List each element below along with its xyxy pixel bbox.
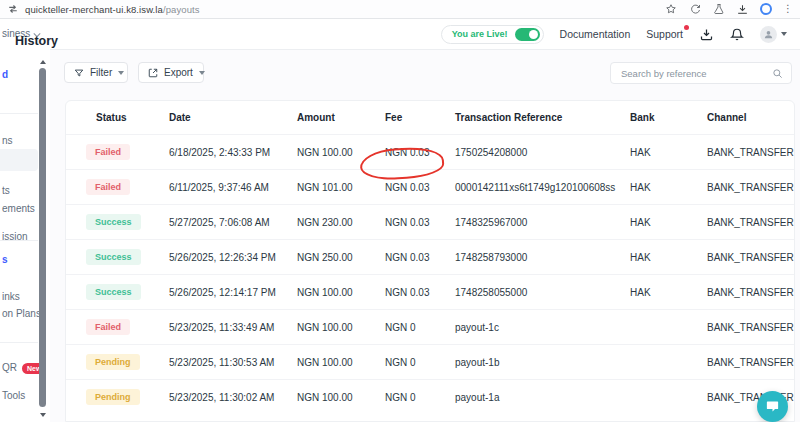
profile-menu[interactable]: [760, 26, 787, 43]
header-fee: Fee: [377, 112, 447, 123]
status-cell: Failed: [66, 319, 161, 335]
sidebar-item-payouts-fragment[interactable]: ts: [2, 185, 10, 196]
bank-cell: HAK: [622, 147, 699, 158]
status-badge: Failed: [86, 319, 130, 335]
documentation-link[interactable]: Documentation: [560, 28, 631, 40]
table-row[interactable]: Failed 6/11/2025, 9:37:46 AM NGN 101.00 …: [66, 169, 794, 204]
download-icon[interactable]: [699, 27, 714, 42]
support-link[interactable]: Support: [646, 28, 683, 40]
table-row[interactable]: Success 5/26/2025, 12:26:34 PM NGN 250.0…: [66, 239, 794, 274]
export-icon: [148, 68, 158, 78]
reference-cell: payout-1b: [447, 357, 622, 368]
chrome-download-icon[interactable]: [736, 3, 749, 16]
table-row[interactable]: Failed 5/23/2025, 11:33:49 AM NGN 100.00…: [66, 309, 794, 344]
status-cell: Failed: [66, 179, 161, 195]
toggle-knob: [529, 30, 538, 39]
table-row[interactable]: Success 5/26/2025, 12:14:17 PM NGN 100.0…: [66, 274, 794, 309]
sidebar-item-fragment[interactable]: ns: [2, 135, 13, 146]
browser-address-bar: quickteller-merchant-ui.k8.isw.la/payout…: [0, 0, 800, 19]
reference-cell: 1750254208000: [447, 147, 622, 158]
header-amount: Amount: [289, 112, 377, 123]
filter-button[interactable]: Filter: [64, 62, 128, 83]
filter-icon: [74, 68, 84, 78]
table-body: Failed 6/18/2025, 2:43:33 PM NGN 100.00 …: [66, 134, 794, 414]
export-button[interactable]: Export: [138, 62, 204, 83]
table-row[interactable]: Success 5/27/2025, 7:06:08 AM NGN 230.00…: [66, 204, 794, 239]
status-badge: Success: [86, 249, 141, 265]
chat-widget-button[interactable]: [757, 391, 788, 422]
bank-cell: HAK: [622, 217, 699, 228]
sidebar-divider: [0, 240, 38, 241]
channel-cell: BANK_TRANSFER: [699, 322, 794, 333]
sidebar-item-qr-fragment[interactable]: QR: [2, 362, 17, 373]
sidebar-divider: [0, 113, 38, 114]
sidebar-item-active-fragment[interactable]: d: [2, 69, 8, 80]
header-status: Status: [66, 112, 161, 123]
fee-cell: NGN 0: [377, 322, 447, 333]
amount-cell: NGN 230.00: [289, 217, 377, 228]
date-cell: 6/18/2025, 2:43:33 PM: [161, 147, 289, 158]
fee-text: NGN 0.03: [385, 182, 429, 193]
table-header-row: Status Date Amount Fee Transaction Refer…: [66, 101, 794, 134]
search-input[interactable]: [611, 68, 772, 79]
sidebar-item-tools-fragment[interactable]: Tools: [2, 390, 25, 401]
fee-cell: NGN 0.03: [377, 182, 447, 193]
sidebar: siness d ns ts ements ission s inks on P…: [0, 19, 50, 422]
sidebar-item-settlements-fragment[interactable]: ements: [2, 203, 35, 214]
fee-text: NGN 0: [385, 357, 416, 368]
live-toggle-switch[interactable]: [515, 28, 540, 41]
amount-cell: NGN 100.00: [289, 322, 377, 333]
header-reference: Transaction Reference: [447, 112, 622, 123]
fee-text: NGN 0: [385, 322, 416, 333]
status-badge: Success: [86, 214, 141, 230]
date-cell: 5/23/2025, 11:30:02 AM: [161, 392, 289, 403]
lab-flask-icon[interactable]: [712, 3, 725, 16]
search-icon: [772, 68, 783, 79]
date-cell: 6/11/2025, 9:37:46 AM: [161, 182, 289, 193]
site-info-icon[interactable]: [8, 4, 18, 14]
browser-menu-icon[interactable]: ⋮: [783, 4, 793, 14]
extension-refresh-icon[interactable]: [688, 3, 701, 16]
browser-profile-icon[interactable]: [760, 3, 772, 15]
sidebar-item-plans-fragment[interactable]: on Plans: [2, 308, 41, 319]
sidebar-highlight: [0, 149, 38, 171]
support-label: Support: [646, 28, 683, 40]
fee-cell: NGN 0.03: [377, 287, 447, 298]
scrollbar-up-arrow[interactable]: [40, 60, 46, 64]
sidebar-item-fragment[interactable]: s: [2, 254, 8, 265]
status-badge: Failed: [86, 144, 130, 160]
scrollbar-down-arrow[interactable]: [40, 413, 46, 417]
table-row[interactable]: Pending 5/23/2025, 11:30:02 AM NGN 100.0…: [66, 379, 794, 414]
table-row[interactable]: Pending 5/23/2025, 11:30:53 AM NGN 100.0…: [66, 344, 794, 379]
date-cell: 5/26/2025, 12:26:34 PM: [161, 252, 289, 263]
sidebar-scrollbar[interactable]: [39, 68, 46, 407]
avatar-icon: [760, 26, 777, 43]
live-label: You are Live!: [452, 29, 508, 39]
fee-cell: NGN 0.03: [377, 147, 447, 158]
bank-cell: HAK: [622, 182, 699, 193]
amount-cell: NGN 250.00: [289, 252, 377, 263]
sidebar-item-links-fragment[interactable]: inks: [2, 291, 20, 302]
live-toggle-pill[interactable]: You are Live!: [441, 25, 544, 44]
chevron-down-icon: [199, 71, 205, 75]
bell-icon[interactable]: [730, 27, 744, 42]
url-host: quickteller-merchant-ui.k8.isw.la: [25, 4, 163, 15]
notification-dot: [684, 25, 689, 30]
bank-cell: HAK: [622, 287, 699, 298]
sidebar-divider: [0, 342, 38, 343]
status-cell: Success: [66, 249, 161, 265]
url-text[interactable]: quickteller-merchant-ui.k8.isw.la/payout…: [25, 4, 200, 15]
amount-cell: NGN 100.00: [289, 287, 377, 298]
fee-text: NGN 0.03: [385, 287, 429, 298]
reference-cell: payout-1c: [447, 322, 622, 333]
screenshot-root: quickteller-merchant-ui.k8.isw.la/payout…: [0, 0, 800, 422]
table-row[interactable]: Failed 6/18/2025, 2:43:33 PM NGN 100.00 …: [66, 134, 794, 169]
date-cell: 5/23/2025, 11:33:49 AM: [161, 322, 289, 333]
fee-cell: NGN 0.03: [377, 217, 447, 228]
channel-cell: BANK_TRANSFER: [699, 182, 794, 193]
amount-cell: NGN 100.00: [289, 392, 377, 403]
reference-cell: 0000142111xs6t1749g120100608ss: [447, 182, 622, 193]
url-path: /payouts: [163, 4, 200, 15]
header-date: Date: [161, 112, 289, 123]
bookmark-star-icon[interactable]: [664, 3, 677, 16]
